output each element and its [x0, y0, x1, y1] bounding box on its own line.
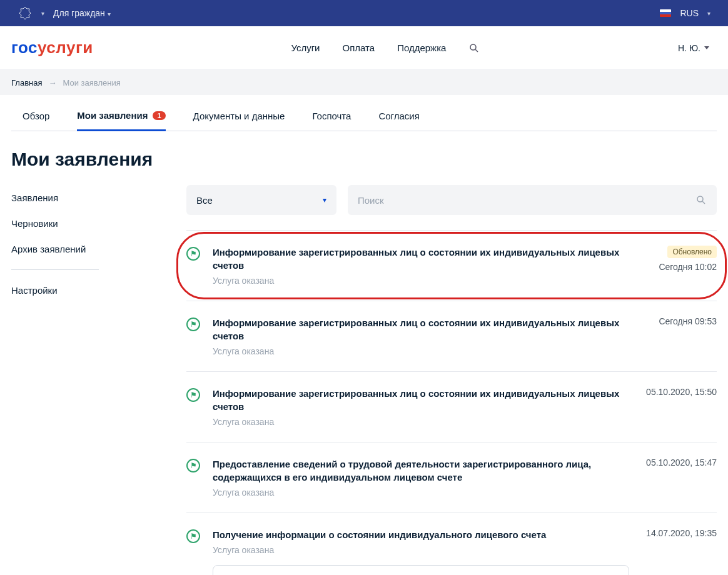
tab-label: Мои заявления — [77, 110, 148, 121]
breadcrumb-home[interactable]: Главная — [11, 78, 42, 88]
tab-badge: 1 — [153, 111, 165, 120]
status-flag-icon: ⚑ — [186, 459, 200, 472]
tab-gosmail[interactable]: Госпочта — [312, 110, 351, 131]
application-item[interactable]: ⚑ Информирование зарегистрированных лиц … — [186, 301, 717, 371]
search-box[interactable] — [348, 185, 717, 215]
breadcrumb: Главная → Мои заявления — [0, 70, 728, 95]
application-date: 05.10.2020, 15:47 — [646, 458, 717, 468]
application-date: Сегодня 09:53 — [659, 316, 717, 326]
user-menu[interactable]: Н. Ю. — [678, 43, 717, 53]
audience-selector[interactable]: Для граждан ▾ — [53, 8, 111, 18]
language-selector[interactable]: RUS ▾ — [660, 8, 710, 18]
nav-payment[interactable]: Оплата — [343, 42, 375, 53]
search-icon[interactable] — [468, 42, 480, 54]
application-date: Сегодня 10:02 — [659, 262, 717, 272]
tab-overview[interactable]: Обзор — [23, 110, 49, 131]
filter-select[interactable]: Все ▾ — [186, 185, 336, 215]
updated-badge: Обновлено — [667, 246, 717, 258]
main-nav: Услуги Оплата Поддержка — [291, 42, 480, 54]
profile-tabs: Обзор Мои заявления 1 Документы и данные… — [11, 95, 717, 131]
application-item[interactable]: ⚑ Предоставление сведений о трудовой дея… — [186, 442, 717, 512]
application-status: Услуга оказана — [213, 488, 629, 498]
application-item[interactable]: ⚑ Информирование зарегистрированных лиц … — [186, 371, 717, 442]
caret-down-icon — [704, 46, 709, 49]
tab-applications[interactable]: Мои заявления 1 — [77, 110, 165, 131]
nav-support[interactable]: Поддержка — [397, 42, 446, 53]
status-flag-icon: ⚑ — [186, 388, 200, 402]
svg-point-0 — [470, 44, 476, 50]
applications-list: ⚑ Информирование зарегистрированных лиц … — [186, 230, 717, 575]
breadcrumb-current: Мои заявления — [63, 78, 120, 88]
status-flag-icon: ⚑ — [186, 318, 200, 331]
emblem-chevron-icon[interactable]: ▾ — [41, 10, 44, 17]
side-archive[interactable]: Архив заявлений — [11, 236, 161, 262]
application-title: Предоставление сведений о трудовой деяте… — [213, 458, 629, 484]
application-item[interactable]: ⚑ Информирование зарегистрированных лиц … — [186, 230, 717, 301]
filter-selected-label: Все — [196, 195, 213, 206]
flag-ru-icon — [660, 9, 671, 17]
breadcrumb-arrow-icon: → — [48, 78, 56, 88]
chevron-down-icon: ▾ — [108, 11, 111, 18]
svg-point-2 — [697, 196, 703, 202]
request-source-box: По запросу ПАО Сбербанк Подробнее — [213, 565, 629, 575]
application-title: Информирование зарегистрированных лиц о … — [213, 316, 629, 342]
application-status: Услуга оказана — [213, 545, 629, 555]
svg-line-1 — [476, 49, 478, 52]
nav-services[interactable]: Услуги — [291, 42, 320, 53]
application-status: Услуга оказана — [213, 417, 629, 427]
side-applications[interactable]: Заявления — [11, 185, 161, 211]
status-flag-icon: ⚑ — [186, 529, 200, 543]
tab-consents[interactable]: Согласия — [378, 110, 419, 131]
side-drafts[interactable]: Черновики — [11, 211, 161, 236]
application-date: 14.07.2020, 19:35 — [646, 528, 717, 538]
application-item[interactable]: ⚑ Получение информации о состоянии индив… — [186, 512, 717, 575]
main-header: госуслуги Услуги Оплата Поддержка Н. Ю. — [0, 26, 728, 70]
status-flag-icon: ⚑ — [186, 247, 200, 261]
application-status: Услуга оказана — [213, 276, 629, 286]
chevron-down-icon: ▾ — [707, 10, 710, 17]
site-logo[interactable]: госуслуги — [11, 38, 93, 58]
side-separator — [11, 269, 99, 270]
side-settings[interactable]: Настройки — [11, 278, 161, 303]
side-menu: Заявления Черновики Архив заявлений Наст… — [11, 185, 161, 575]
application-title: Информирование зарегистрированных лиц о … — [213, 246, 629, 272]
chevron-down-icon: ▾ — [323, 196, 326, 204]
search-input[interactable] — [358, 195, 695, 206]
application-status: Услуга оказана — [213, 346, 629, 356]
page-title: Мои заявления — [0, 131, 728, 185]
search-icon[interactable] — [695, 194, 707, 206]
svg-line-3 — [702, 201, 705, 204]
application-title: Информирование зарегистрированных лиц о … — [213, 387, 629, 413]
emblem-icon — [18, 6, 33, 21]
application-title: Получение информации о состоянии индивид… — [213, 528, 629, 541]
tab-documents[interactable]: Документы и данные — [193, 110, 285, 131]
application-date: 05.10.2020, 15:50 — [646, 387, 717, 397]
gov-bar: ▾ Для граждан ▾ RUS ▾ — [0, 0, 728, 26]
